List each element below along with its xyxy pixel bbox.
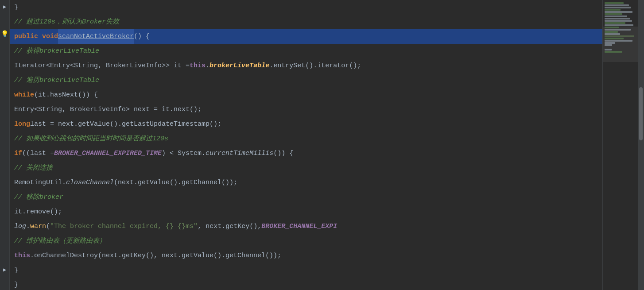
minimap-line-2 (605, 4, 629, 6)
code-line-16: log.warn("The broker channel expired, {}… (10, 219, 644, 234)
minimap-line-15 (605, 33, 620, 35)
code-line-7: while (it.hasNext()) { (10, 88, 644, 102)
minimap-line-3 (605, 7, 631, 8)
code-text-16b: ( (46, 219, 50, 234)
minimap-line-12 (605, 27, 619, 28)
gutter-icon-14 (0, 165, 10, 177)
code-line-11: if ((last + BROKER_CHANNEL_EXPIRED_TIME)… (10, 146, 644, 161)
minimap-line-7 (605, 15, 627, 17)
lightbulb-icon[interactable]: 💡 (1, 27, 8, 42)
gutter-icon-13 (0, 152, 10, 165)
method-name-11: currentTimeMillis (206, 146, 273, 161)
gutter-icon-22: ▶ (0, 263, 10, 278)
code-text-19: } (14, 263, 18, 278)
gutter-icon-17 (0, 201, 10, 214)
code-text-11a: ((last + (22, 146, 54, 161)
gutter-icon-2 (0, 15, 10, 27)
gutter-icon-8 (0, 91, 10, 103)
gutter-icon-20 (0, 239, 10, 251)
code-editor: ▶ 💡 ▶ (0, 0, 644, 290)
keyword-public: public void (14, 29, 58, 44)
code-line-15: it.remove(); (10, 205, 644, 219)
vertical-scrollbar[interactable] (638, 0, 644, 290)
code-line-3: public void scanNotActiveBroker() { (10, 29, 644, 44)
code-line-6: // 遍历brokerLiveTable (10, 73, 644, 88)
code-text-12: // 关闭连接 (14, 161, 53, 175)
gutter-icon-6 (0, 66, 10, 78)
gutter-icon-12 (0, 140, 10, 152)
minimap-line-19 (605, 42, 615, 44)
code-text-4: // 获得brokerLiveTable (14, 44, 99, 58)
minimap-line-21 (605, 46, 608, 48)
gutter-icon-19 (0, 226, 10, 239)
code-text-11b: ) < System. (162, 146, 206, 161)
minimap-line-18 (605, 40, 632, 42)
keyword-this-5: this (190, 58, 206, 73)
gutter-icon-15 (0, 177, 10, 189)
code-text-9: last = next.getValue().getLastUpdateTime… (30, 117, 221, 131)
code-lines-panel: } // 超过120s，则认为Broker失效 public void scan… (10, 0, 644, 290)
code-text-10: // 如果收到心跳包的时间距当时时间是否超过120s (14, 131, 168, 146)
code-line-1: } (10, 0, 644, 15)
gutter-icon-18 (0, 214, 10, 226)
code-line-4: // 获得brokerLiveTable (10, 44, 644, 58)
code-line-2: // 超过120s，则认为Broker失效 (10, 15, 644, 29)
minimap-line-17 (605, 38, 624, 39)
minimap-line-6 (605, 13, 622, 15)
gutter-icon-21 (0, 251, 10, 263)
gutter-icon-7 (0, 78, 10, 91)
minimap-line-20 (605, 44, 612, 46)
string-16: "The broker channel expired, {} {}ms" (50, 219, 198, 234)
minimap-line-5 (605, 11, 632, 13)
method-warn: warn (30, 219, 46, 234)
minimap-line-11 (605, 24, 633, 26)
code-text-5b: . (206, 58, 209, 73)
code-text-8: Entry<String, BrokerLiveInfo> next = it.… (14, 102, 202, 117)
keyword-this-18: this (14, 248, 30, 263)
minimap-line-22 (605, 49, 612, 50)
code-text-5c: .entrySet().iterator(); (269, 58, 361, 73)
code-line-20: } (10, 278, 644, 290)
code-text-2: // 超过120s，则认为Broker失效 (14, 15, 119, 29)
code-line-9: long last = next.getValue().getLastUpdat… (10, 117, 644, 131)
minimap-line-13 (605, 29, 631, 31)
gutter-icon-3[interactable]: 💡 (0, 27, 10, 42)
code-text-15: it.remove(); (14, 205, 62, 219)
code-text-13b: (next.getValue().getChannel()); (114, 175, 237, 190)
code-text-6: // 遍历brokerLiveTable (14, 73, 99, 88)
code-line-12: // 关闭连接 (10, 161, 644, 175)
minimap-line-16 (605, 35, 634, 37)
gutter-icons-panel: ▶ 💡 ▶ (0, 0, 10, 290)
scrollbar-thumb[interactable] (639, 87, 643, 140)
keyword-while: while (14, 88, 34, 102)
gutter-icon-9 (0, 103, 10, 116)
gutter-icon-4 (0, 42, 10, 54)
keyword-long: long (14, 117, 30, 131)
code-line-5: Iterator<Entry<String, BrokerLiveInfo>> … (10, 58, 644, 73)
bookmark-icon: ▶ (3, 0, 6, 15)
gutter-icon-16 (0, 189, 10, 201)
code-text-1: } (14, 0, 18, 15)
code-line-19: } (10, 263, 644, 278)
method-name-13: closeChannel (66, 175, 114, 190)
minimap-line-4 (605, 9, 621, 11)
code-text-17: // 维护路由表（更新路由表） (14, 234, 106, 248)
code-paren-1: () { (134, 29, 150, 44)
code-text-5a: Iterator<Entry<String, BrokerLiveInfo>> … (14, 58, 190, 73)
code-line-8: Entry<String, BrokerLiveInfo> next = it.… (10, 102, 644, 117)
gutter-icon-10 (0, 116, 10, 128)
bookmark-icon-bottom: ▶ (3, 263, 6, 278)
const-name-16: BROKER_CHANNEL_EXPI (261, 219, 337, 234)
code-text-11c: ()) { (273, 146, 293, 161)
minimap-line-23 (605, 51, 622, 53)
code-line-17: // 维护路由表（更新路由表） (10, 234, 644, 248)
code-text-20: } (14, 278, 18, 290)
minimap-line-10 (605, 22, 625, 24)
code-line-18: this.onChannelDestroy(next.getKey(), nex… (10, 248, 644, 263)
minimap-line-14 (605, 31, 618, 33)
code-text-13a: RemotingUtil. (14, 175, 66, 190)
field-name-5: brokerLiveTable (209, 58, 269, 73)
keyword-if: if (14, 146, 22, 161)
var-log: log (14, 219, 26, 234)
code-text-18: .onChannelDestroy(next.getKey(), next.ge… (30, 248, 281, 263)
